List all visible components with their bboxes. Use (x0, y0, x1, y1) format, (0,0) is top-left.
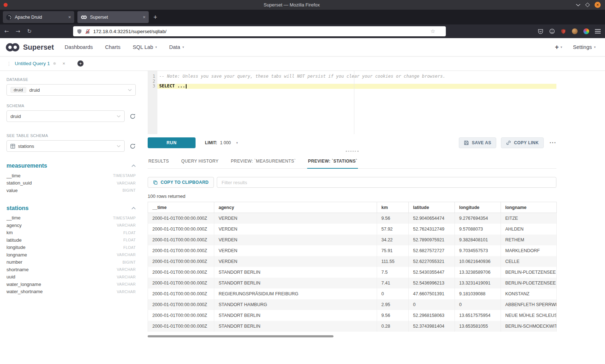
table-cell: 13.3238589706 (455, 267, 501, 278)
brand-name[interactable]: Superset (23, 43, 54, 51)
editor-code-area[interactable]: -- Note: Unless you save your query, the… (157, 71, 556, 134)
table-row[interactable]: 2000-01-01T00:00:00.000ZVERDEN57.9252.76… (148, 224, 557, 235)
schema-table-header[interactable]: stations (6, 205, 136, 211)
chevron-up-icon[interactable] (131, 207, 136, 210)
reload-button[interactable]: ↻ (27, 29, 32, 34)
more-actions-button[interactable]: ··· (550, 140, 556, 146)
table-row[interactable]: 2000-01-01T00:00:00.000ZSTANDORT BERLIN0… (148, 321, 557, 332)
back-button[interactable]: ← (4, 29, 9, 34)
copy-to-clipboard-button[interactable]: COPY TO CLIPBOARD (148, 177, 214, 188)
browser-toolbar: ← → ↻ ☆ (0, 24, 605, 38)
window-titlebar: Superset — Mozilla Firefox × (0, 0, 605, 10)
insecure-lock-icon[interactable] (85, 29, 90, 34)
forward-button[interactable]: → (16, 29, 21, 34)
pane-resize-handle[interactable] (148, 148, 556, 154)
results-tab-preview-stations[interactable]: PREVIEW: `STATIONS` (307, 156, 358, 169)
schema-column-row: value BIGINT (6, 187, 136, 194)
table-cell: 2.95 (377, 299, 409, 310)
copy-link-button[interactable]: COPY LINK (501, 137, 544, 148)
line-number: 3 (148, 84, 155, 89)
ublock-extension-icon[interactable] (561, 29, 566, 34)
table-cell: 13.6517575954 (455, 310, 501, 321)
results-tab-query-history[interactable]: QUERY HISTORY (180, 156, 219, 168)
column-header-agency[interactable]: agency (214, 202, 377, 213)
column-type: VARCHAR (117, 267, 136, 272)
chevron-up-icon[interactable] (131, 164, 136, 167)
table-cell: 52.6227055321 (409, 256, 455, 267)
account-extension-icon[interactable] (549, 28, 555, 34)
filter-results-input[interactable] (217, 177, 556, 188)
refresh-schema-icon[interactable] (130, 113, 136, 119)
profile-avatar-icon[interactable] (572, 28, 578, 34)
new-tab-button[interactable]: + (153, 14, 157, 21)
table-cell: STANDORT HAMBURG (214, 299, 377, 310)
caret-down-icon: ▾ (155, 45, 157, 49)
pocket-icon[interactable] (538, 28, 543, 34)
run-button[interactable]: RUN (148, 137, 196, 148)
table-select[interactable]: stations (6, 140, 125, 152)
schema-tables-list: measurements __time TIMESTAMP station_uu… (6, 163, 136, 295)
settings-menu[interactable]: Settings ▾ (573, 44, 596, 50)
results-tab-results[interactable]: RESULTS (148, 156, 170, 168)
table-row[interactable]: 2000-01-01T00:00:00.000ZSTANDORT BERLIN9… (148, 310, 557, 321)
column-header-longname[interactable]: longname (501, 202, 557, 213)
table-row[interactable]: 2000-01-01T00:00:00.000ZVERDEN75.9152.68… (148, 245, 557, 256)
schema-table-header[interactable]: measurements (6, 163, 136, 169)
window-minimize-icon[interactable] (576, 4, 581, 6)
table-cell: 2000-01-01T00:00:00.000Z (148, 278, 214, 288)
table-row[interactable]: 2000-01-01T00:00:00.000ZSTANDORT BERLIN7… (148, 278, 557, 288)
save-icon (464, 140, 469, 145)
bookmark-star-icon[interactable]: ☆ (430, 29, 435, 34)
extension-pinwheel-icon[interactable] (583, 28, 589, 34)
tracking-protection-shield-icon[interactable] (77, 29, 82, 34)
window-maximize-icon[interactable] (585, 3, 590, 7)
column-header-km[interactable]: km (377, 202, 409, 213)
column-header-longitude[interactable]: longitude (455, 202, 501, 213)
tab-drag-handle-icon[interactable]: ⋮ (6, 61, 12, 67)
results-tab-preview-measurements[interactable]: PREVIEW: `MEASUREMENTS` (230, 156, 296, 168)
sql-editor[interactable]: 1 2 3 -- Note: Unless you save your quer… (148, 71, 556, 134)
table-row[interactable]: 2000-01-01T00:00:00.000ZSTANDORT HAMBURG… (148, 299, 557, 310)
table-cell: STANDORT BERLIN (214, 278, 377, 288)
table-row[interactable]: 2000-01-01T00:00:00.000ZVERDEN34.2252.78… (148, 235, 557, 245)
address-bar[interactable]: ☆ (73, 26, 446, 36)
refresh-tables-icon[interactable] (130, 143, 136, 149)
save-as-button[interactable]: SAVE AS (459, 137, 496, 148)
table-cell: 13.653581055 (455, 321, 501, 332)
nav-item-charts[interactable]: Charts (105, 44, 121, 50)
tab-close-icon[interactable]: × (143, 15, 145, 19)
query-tab-close-icon[interactable]: × (63, 61, 66, 66)
browser-tab-apache-druid[interactable]: Apache Druid × (3, 11, 74, 23)
schema-select[interactable]: druid (6, 110, 125, 122)
window-close-icon[interactable]: × (595, 2, 601, 8)
column-type: VARCHAR (117, 290, 136, 294)
table-row[interactable]: 2000-01-01T00:00:00.000ZVERDEN111.5552.6… (148, 256, 557, 267)
table-row[interactable]: 2000-01-01T00:00:00.000ZSTANDORT BERLIN7… (148, 267, 557, 278)
table-row[interactable]: 2000-01-01T00:00:00.000ZREGIERUNGSPRÄSID… (148, 288, 557, 299)
superset-logo[interactable] (5, 42, 20, 52)
browser-tab-superset[interactable]: Superset × (77, 11, 149, 23)
column-header-time[interactable]: __time (148, 202, 214, 213)
horizontal-scrollbar[interactable] (148, 335, 333, 337)
tab-close-icon[interactable]: × (68, 15, 71, 19)
menu-hamburger-icon[interactable] (595, 29, 601, 33)
schema-column-row: uuid VARCHAR (6, 273, 136, 281)
column-name: __time (6, 173, 21, 178)
add-query-tab-button[interactable]: + (77, 60, 84, 67)
schema-column-row: number BIGINT (6, 259, 136, 266)
url-input[interactable] (93, 29, 428, 34)
database-select[interactable]: druid druid (6, 84, 136, 96)
nav-item-data[interactable]: Data ▾ (169, 44, 184, 50)
limit-dropdown[interactable]: LIMIT: 1 000 ▾ (205, 140, 238, 145)
sqllab-content: DATABASE druid druid SCHEMA druid (0, 71, 605, 364)
table-row[interactable]: 2000-01-01T00:00:00.000ZVERDEN9.5652.904… (148, 213, 557, 224)
nav-item-sql-lab[interactable]: SQL Lab ▾ (133, 44, 157, 50)
add-new-button[interactable]: + ▾ (555, 44, 562, 51)
table-schema-label: SEE TABLE SCHEMA (6, 133, 136, 138)
query-tab-untitled-query-1[interactable]: ⋮ Untitled Query 1 × (6, 61, 65, 67)
column-name: shortname (6, 267, 28, 272)
nav-item-dashboards[interactable]: Dashboards (65, 44, 93, 50)
schema-column-row: km FLOAT (6, 229, 136, 237)
column-header-latitude[interactable]: latitude (409, 202, 455, 213)
table-cell: 0 (377, 288, 409, 299)
